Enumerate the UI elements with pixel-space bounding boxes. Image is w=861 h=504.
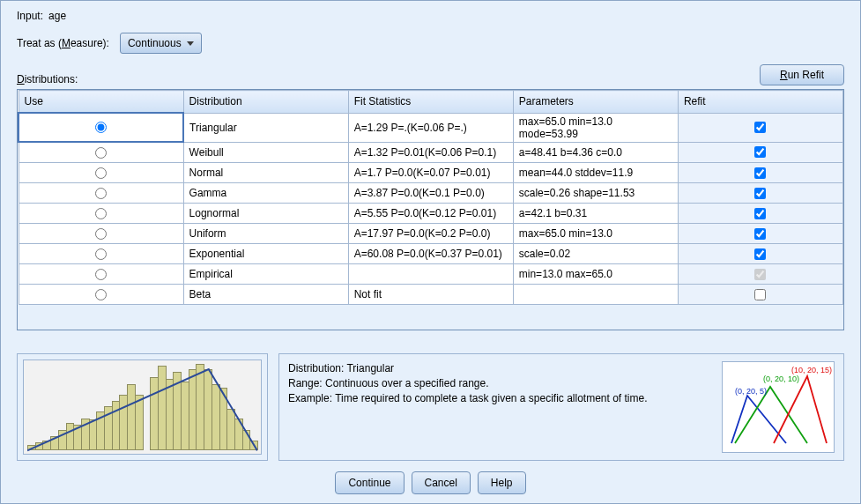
parameters-cell: min=13.0 max=65.0 <box>513 264 678 285</box>
use-radio[interactable] <box>95 248 107 260</box>
refit-checkbox[interactable] <box>754 208 766 219</box>
cancel-button[interactable]: Cancel <box>412 471 471 494</box>
lower-panels: Distribution: Triangular Range: Continuo… <box>17 353 844 461</box>
footer-buttons: Continue Cancel Help <box>17 471 844 494</box>
col-refit[interactable]: Refit <box>678 91 842 114</box>
table-row[interactable]: WeibullA=1.32 P=0.01(K=0.06 P=0.1)a=48.4… <box>19 142 843 163</box>
parameters-cell <box>513 285 678 305</box>
table-header-row: Use Distribution Fit Statistics Paramete… <box>19 91 843 114</box>
use-cell[interactable] <box>19 244 183 264</box>
fit-cell: A=3.87 P=0.0(K=0.1 P=0.0) <box>348 183 513 204</box>
example-distributions: (0, 20, 5) (0, 20, 10) (10, 20, 15) <box>722 361 835 453</box>
example-label-b: (0, 20, 10) <box>763 374 799 383</box>
distribution-cell: Exponential <box>183 244 348 264</box>
use-cell[interactable] <box>19 204 183 224</box>
distribution-cell: Beta <box>183 285 348 305</box>
use-cell[interactable] <box>19 163 183 183</box>
table-row[interactable]: NormalA=1.7 P=0.0(K=0.07 P=0.01)mean=44.… <box>19 163 843 183</box>
fit-distribution-dialog: Input: age Treat as (Measure): Continuou… <box>0 0 861 504</box>
distribution-cell: Triangular <box>183 113 348 142</box>
use-radio[interactable] <box>95 289 107 300</box>
use-radio[interactable] <box>95 208 107 219</box>
refit-checkbox[interactable] <box>754 188 766 199</box>
refit-cell[interactable] <box>678 224 842 244</box>
table-row[interactable]: Empiricalmin=13.0 max=65.0 <box>19 264 843 285</box>
distribution-cell: Lognormal <box>183 204 348 224</box>
refit-cell[interactable] <box>678 183 842 204</box>
input-row: Input: age <box>17 10 844 22</box>
use-radio[interactable] <box>95 122 107 133</box>
parameters-cell: a=48.41 b=4.36 c=0.0 <box>513 142 678 163</box>
refit-checkbox[interactable] <box>754 228 766 240</box>
distribution-cell: Uniform <box>183 224 348 244</box>
refit-cell[interactable] <box>678 285 842 305</box>
refit-cell[interactable] <box>678 204 842 224</box>
table-row[interactable]: GammaA=3.87 P=0.0(K=0.1 P=0.0)scale=0.26… <box>19 183 843 204</box>
description-text: Distribution: Triangular Range: Continuo… <box>288 361 711 453</box>
col-distribution[interactable]: Distribution <box>183 91 348 114</box>
distributions-label: Distributions: <box>17 73 78 85</box>
table-row[interactable]: BetaNot fit <box>19 285 843 305</box>
table-body: TriangularA=1.29 P=.(K=0.06 P=.)max=65.0… <box>19 113 843 305</box>
fit-cell: A=17.97 P=0.0(K=0.2 P=0.0) <box>348 224 513 244</box>
use-cell[interactable] <box>19 224 183 244</box>
table-row[interactable]: ExponentialA=60.08 P=0.0(K=0.37 P=0.01)s… <box>19 244 843 264</box>
histogram-panel <box>17 353 268 461</box>
refit-cell[interactable] <box>678 113 842 142</box>
use-radio[interactable] <box>95 167 107 179</box>
table-row[interactable]: TriangularA=1.29 P=.(K=0.06 P=.)max=65.0… <box>19 113 843 142</box>
col-use[interactable]: Use <box>19 91 183 114</box>
refit-checkbox[interactable] <box>754 146 766 158</box>
table-row[interactable]: LognormalA=5.55 P=0.0(K=0.12 P=0.01)a=42… <box>19 204 843 224</box>
use-cell[interactable] <box>19 264 183 285</box>
input-label: Input: <box>17 10 43 22</box>
col-parameters[interactable]: Parameters <box>513 91 678 114</box>
treat-as-row: Treat as (Measure): Continuous <box>17 33 844 54</box>
description-panel: Distribution: Triangular Range: Continuo… <box>278 353 844 461</box>
distribution-cell: Normal <box>183 163 348 183</box>
parameters-cell: scale=0.26 shape=11.53 <box>513 183 678 204</box>
continue-button[interactable]: Continue <box>335 471 404 494</box>
col-fit[interactable]: Fit Statistics <box>348 91 513 114</box>
histogram-bars <box>27 364 257 450</box>
refit-checkbox[interactable] <box>754 248 766 260</box>
use-cell[interactable] <box>19 285 183 305</box>
refit-checkbox[interactable] <box>754 122 766 133</box>
distribution-cell: Gamma <box>183 183 348 204</box>
refit-checkbox[interactable] <box>754 269 766 280</box>
fit-cell: A=60.08 P=0.0(K=0.37 P=0.01) <box>348 244 513 264</box>
distribution-cell: Weibull <box>183 142 348 163</box>
refit-cell[interactable] <box>678 244 842 264</box>
histogram-bar <box>249 441 258 450</box>
chevron-down-icon <box>187 41 194 46</box>
use-cell[interactable] <box>19 183 183 204</box>
distribution-cell: Empirical <box>183 264 348 285</box>
treat-as-label: Treat as (Measure): <box>17 37 109 49</box>
run-refit-button[interactable]: Run Refit <box>760 64 844 85</box>
histogram-bar <box>135 395 144 450</box>
histogram <box>23 359 262 455</box>
help-button[interactable]: Help <box>478 471 526 494</box>
refit-cell[interactable] <box>678 264 842 285</box>
use-cell[interactable] <box>19 113 183 142</box>
parameters-cell: a=42.1 b=0.31 <box>513 204 678 224</box>
input-value: age <box>48 10 66 22</box>
fit-cell: A=5.55 P=0.0(K=0.12 P=0.01) <box>348 204 513 224</box>
refit-cell[interactable] <box>678 142 842 163</box>
example-label-c: (10, 20, 15) <box>791 366 832 374</box>
example-label-a: (0, 20, 5) <box>735 387 767 396</box>
use-cell[interactable] <box>19 142 183 163</box>
table-row[interactable]: UniformA=17.97 P=0.0(K=0.2 P=0.0)max=65.… <box>19 224 843 244</box>
refit-checkbox[interactable] <box>754 167 766 179</box>
refit-checkbox[interactable] <box>754 289 766 300</box>
distributions-table-wrap: Use Distribution Fit Statistics Paramete… <box>17 89 844 330</box>
use-radio[interactable] <box>95 188 107 199</box>
use-radio[interactable] <box>95 269 107 280</box>
fit-cell <box>348 264 513 285</box>
parameters-cell: max=65.0 min=13.0 mode=53.99 <box>513 113 678 142</box>
use-radio[interactable] <box>95 228 107 240</box>
treat-as-dropdown[interactable]: Continuous <box>120 33 202 54</box>
parameters-cell: scale=0.02 <box>513 244 678 264</box>
refit-cell[interactable] <box>678 163 842 183</box>
use-radio[interactable] <box>95 147 107 159</box>
